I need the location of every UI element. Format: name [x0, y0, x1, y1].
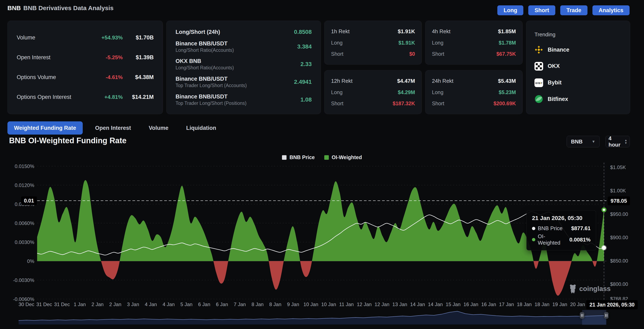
y-axis-tick-label: 0% [27, 258, 34, 264]
x-axis-tick-label: 6 Jan [198, 301, 210, 307]
navigator-right-handle[interactable] [604, 312, 608, 319]
y-axis-tick-label: -0.0060% [13, 296, 34, 302]
navigator-selection[interactable] [582, 310, 606, 325]
x-axis-tick-label: 18 Jan [517, 301, 532, 307]
x-axis-tick-label: 6 Jan [216, 301, 228, 307]
tooltip-series-value: $877.61 [571, 225, 590, 232]
y-axis-tick-label: 0.0030% [15, 239, 34, 245]
x-axis-tick-label: 8 Jan [269, 301, 281, 307]
x-axis-tick-label: 7 Jan [234, 301, 246, 307]
coinglass-mascot-icon [568, 284, 577, 293]
y-axis-tick-label: $850.00 [610, 258, 628, 263]
x-axis-tick-label: 5 Jan [180, 301, 192, 307]
x-axis-tick-label: 14 Jan [410, 301, 425, 307]
y-axis-tick-label: $800.00 [610, 281, 628, 287]
x-axis-tick-label: 4 Jan [162, 301, 175, 307]
navigator-left-handle[interactable] [580, 312, 584, 319]
x-axis-tick-label: 13 Jan [392, 301, 407, 307]
chart-tooltip: 21 Jan 2026, 05:30 BNB Price $877.61 OI-… [526, 210, 596, 250]
y-axis-tick-label: $950.00 [610, 211, 628, 217]
x-axis-tick-label: 9 Jan [287, 301, 299, 307]
y-axis-tick-label: $1.05K [610, 165, 626, 170]
y-axis-right-labels: $1.05K$1.00K$950.00$900.00$850.00$800.00… [610, 165, 628, 301]
x-axis-tick-label: 20 Jan [570, 301, 585, 307]
x-axis-tick-label: 10 Jan [321, 301, 336, 307]
marker-left-label: 0.01 [21, 196, 37, 205]
tooltip-series-name: BNB Price [538, 225, 569, 232]
x-axis-tick-label: 15 Jan [446, 301, 460, 307]
tooltip-title: 21 Jan 2026, 05:30 [532, 215, 590, 221]
y-axis-tick-label: 0.0120% [15, 182, 34, 188]
x-axis-tick-label: 3 Jan [127, 301, 139, 307]
funding-crosshair-dot [602, 208, 606, 212]
x-axis-tick-label: 2 Jan [92, 301, 104, 307]
watermark-text: coinglass [579, 285, 610, 293]
tooltip-row-oi-weighted: OI-Weighted 0.0081% [532, 233, 590, 246]
x-axis-tick-label: 31 Dec [54, 301, 70, 307]
bnb-price-dot-icon [532, 227, 535, 230]
y-axis-left-labels: 0.0150%0.0120%0.0090%0.0060%0.0030%0%-0.… [13, 163, 34, 302]
y-axis-tick-label: -0.0030% [13, 277, 34, 283]
x-axis-tick-label: 30 Dec [18, 301, 34, 307]
x-axis-tick-label: 14 Jan [428, 301, 443, 307]
x-axis-tick-label: 16 Jan [481, 301, 496, 307]
x-axis-tick-label: 18 Jan [535, 301, 550, 307]
crosshair-date-label: 21 Jan 2026, 05:30 [586, 300, 638, 309]
x-axis-tick-label: 10 Jan [304, 301, 318, 307]
y-axis-tick-label: $900.00 [610, 235, 628, 240]
x-axis-tick-label: 2 Jan [109, 301, 122, 307]
x-axis-tick-label: 16 Jan [464, 301, 478, 307]
oi-weighted-dot-icon [532, 238, 535, 241]
x-axis-tick-label: 19 Jan [552, 301, 567, 307]
x-axis-tick-label: 1 Jan [74, 301, 86, 307]
coinglass-watermark: coinglass [568, 284, 610, 293]
x-axis-tick-label: 12 Jan [357, 301, 372, 307]
tooltip-series-value: 0.0081% [569, 236, 590, 243]
marker-right-label: 978.05 [608, 196, 630, 205]
tooltip-row-bnb-price: BNB Price $877.61 [532, 225, 590, 232]
x-axis-tick-label: 31 Dec [36, 301, 52, 307]
navigator-area [18, 311, 606, 324]
x-axis-tick-label: 12 Jan [374, 301, 390, 307]
y-axis-tick-label: $1.00K [610, 188, 626, 193]
y-axis-tick-label: 0.0150% [15, 163, 34, 169]
tooltip-series-name: OI-Weighted [538, 233, 567, 246]
funding-rate-chart[interactable]: 0.0150%0.0120%0.0090%0.0060%0.0030%0%-0.… [0, 0, 644, 329]
price-crosshair-dot [602, 246, 606, 250]
funding-area-positive [37, 180, 604, 296]
x-axis-labels: 30 Dec31 Dec31 Dec1 Jan2 Jan2 Jan3 Jan4 … [18, 301, 585, 307]
x-axis-tick-label: 8 Jan [252, 301, 264, 307]
x-axis-tick-label: 17 Jan [499, 301, 514, 307]
y-axis-tick-label: 0.0060% [15, 220, 34, 226]
x-axis-tick-label: 11 Jan [339, 301, 354, 307]
x-axis-tick-label: 4 Jan [145, 301, 157, 307]
